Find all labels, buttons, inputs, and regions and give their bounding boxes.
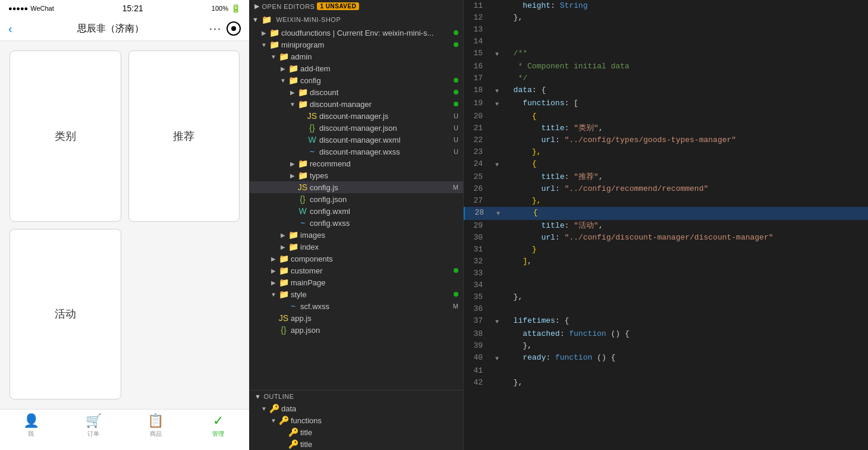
tree-config-wxml[interactable]: W config.wxml [250,205,463,217]
tree-config[interactable]: ▼ 📁 config [250,74,463,86]
tree-admin[interactable]: ▼ 📁 admin [250,51,463,62]
outline-functions-icon: 🔑 [278,416,289,425]
config-wxml-label: config.wxml [310,207,458,216]
tree-scf-wxss[interactable]: ~ scf.wxss M [250,300,463,312]
line-36: 36 [464,303,868,315]
tree-discount[interactable]: ▶ 📁 discount [250,86,463,98]
add-item-folder-icon: 📁 [288,64,298,73]
nav-manage-label: 管理 [212,430,224,438]
index-label: index [300,243,458,251]
tree-add-item[interactable]: ▶ 📁 add-item [250,62,463,74]
dm-js-badge: U [449,112,458,119]
tree-config-wxss[interactable]: ~ config.wxss [250,217,463,229]
tree-cloudfunctions[interactable]: ▶ 📁 cloudfunctions | Current Env: weixin… [250,27,463,39]
outline-header[interactable]: ▼ OUTLINE [250,391,463,402]
tree-dm-wxml[interactable]: W discount-manager.wxml U [250,134,463,146]
battery-icon: 🔋 [231,4,241,13]
tree-customer[interactable]: ▶ 📁 customer [250,265,463,276]
tree-discount-manager[interactable]: ▼ 📁 discount-manager [250,98,463,110]
discount-folder-icon: 📁 [297,87,308,97]
line-20: 20 { [464,111,868,122]
config-label: config [300,76,454,85]
outline-data[interactable]: ▼ 🔑 data [250,402,463,414]
tree-config-json[interactable]: {} config.json [250,193,463,205]
network-label: WeChat [30,5,54,12]
dm-dot [454,102,458,106]
more-button[interactable]: ··· [209,23,222,35]
card-category[interactable]: 类别 [10,51,121,222]
tree-style[interactable]: ▼ 📁 style [250,288,463,300]
record-button[interactable] [227,21,241,36]
tree-recommend[interactable]: ▶ 📁 recommend [250,158,463,169]
outline-title-2[interactable]: 🔑 title [250,438,463,450]
outline-data-label: data [281,404,458,413]
file-tree-section: ▶ OPEN EDITORS 1 UNSAVED ▼ 📁 WEIXIN-MINI… [250,0,463,390]
nav-item-manage[interactable]: ✓ 管理 [187,413,249,438]
dm-json-icon: {} [307,123,317,133]
line-27: 27 }, [464,195,868,207]
recommend-label: recommend [310,159,458,168]
line-31: 31 } [464,244,868,256]
line-38: 38 attached: function () { [464,328,868,340]
open-editors-arrow: ▶ [254,2,260,10]
tree-app-json[interactable]: {} app.json [250,324,463,336]
tree-miniprogram[interactable]: ▼ 📁 miniprogram [250,39,463,51]
customer-dot [454,268,458,273]
tree-dm-wxss[interactable]: ~ discount-manager.wxss U [250,146,463,158]
line-11: 11 height: String [464,0,868,12]
folder-icon: 📁 [261,15,272,24]
card-recommend[interactable]: 推荐 [128,51,240,222]
line-41: 41 [464,365,868,377]
card-recommend-label: 推荐 [173,129,194,143]
outline-data-icon: 🔑 [269,404,279,413]
dm-folder-icon: 📁 [297,99,308,109]
components-icon: 📁 [278,254,289,263]
nav-orders-label: 订单 [87,430,99,438]
outline-title-1[interactable]: 🔑 title [250,426,463,438]
line-42: 42 }, [464,377,868,389]
customer-label: customer [291,266,454,275]
config-wxss-icon: ~ [297,218,308,228]
miniprogram-label: miniprogram [281,40,454,49]
config-dot [454,78,458,83]
project-header[interactable]: ▼ 📁 WEIXIN-MINI-SHOP [250,12,463,27]
nav-item-me[interactable]: 👤 我 [0,413,62,438]
line-23: 23 }, [464,146,868,158]
line-35: 35 }, [464,291,868,303]
customer-icon: 📁 [278,266,289,275]
tree-types[interactable]: ▶ 📁 types [250,169,463,181]
tree-images[interactable]: ▶ 📁 images [250,229,463,241]
phone-panel: ●●●●● WeChat 15:21 100% 🔋 ‹ 思辰非（济南） ··· … [0,0,250,450]
outline-functions[interactable]: ▼ 🔑 functions [250,414,463,426]
admin-folder-icon: 📁 [278,52,289,61]
tree-app-js[interactable]: JS app.js [250,312,463,324]
tree-config-js[interactable]: JS config.js M [250,181,463,193]
scf-wxss-badge: M [448,303,458,310]
nav-item-products[interactable]: 📋 商品 [125,413,187,438]
app-json-label: app.json [291,326,458,335]
outline-title2-label: title [300,440,458,449]
open-editors-header[interactable]: ▶ OPEN EDITORS 1 UNSAVED [250,0,463,12]
nav-item-orders[interactable]: 🛒 订单 [62,413,125,438]
line-32: 32 ], [464,256,868,268]
back-button[interactable]: ‹ [8,22,12,36]
card-activity[interactable]: 活动 [10,229,121,400]
dm-wxml-icon: W [307,135,317,144]
add-item-label: add-item [300,64,458,73]
code-editor[interactable]: 11 height: String 12 }, 13 14 15 ▼ /** 1… [464,0,868,450]
config-folder-icon: 📁 [288,75,298,85]
components-label: components [291,254,458,263]
line-33: 33 [464,268,868,279]
line-21: 21 title: "类别", [464,122,868,134]
index-icon: 📁 [288,242,298,251]
tree-components[interactable]: ▶ 📁 components [250,253,463,265]
me-icon: 👤 [23,413,39,429]
tree-dm-js[interactable]: JS discount-manager.js U [250,110,463,122]
tree-mainpage[interactable]: ▶ 📁 mainPage [250,276,463,288]
tree-index[interactable]: ▶ 📁 index [250,241,463,253]
phone-content: 类别 推荐 活动 [0,41,249,409]
line-15: 15 ▼ /** [464,48,868,61]
nav-products-label: 商品 [150,430,162,438]
tree-dm-json[interactable]: {} discount-manager.json U [250,122,463,134]
dm-wxss-label: discount-manager.wxss [319,147,449,156]
